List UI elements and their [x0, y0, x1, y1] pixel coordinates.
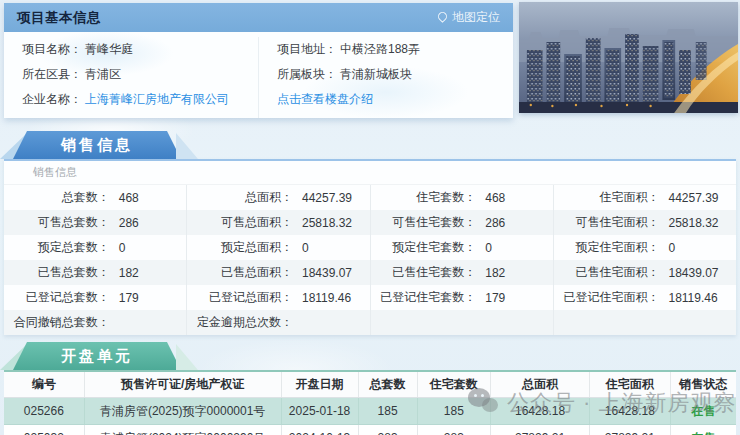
sales-cell: 可售总套数：286 — [4, 210, 186, 235]
opening-table-row[interactable]: 025266青浦房管(2025)预字0000001号2025-01-181851… — [4, 398, 736, 425]
tab-opening-units[interactable]: 开盘单元 — [13, 342, 181, 370]
sales-cell-label: 已售住宅面积： — [554, 264, 660, 281]
sales-cell-label: 已售总面积： — [187, 264, 293, 281]
field-value: 青浦区 — [85, 66, 121, 83]
tab-sales-info[interactable]: 销售信息 — [13, 131, 181, 159]
sales-cell-label: 可售住宅面积： — [554, 214, 660, 231]
opening-header-cell: 住宅面积 — [589, 372, 670, 397]
field-address: 项目地址： 中横泾路188弄 — [259, 37, 513, 62]
sales-cell-value: 44257.39 — [302, 191, 352, 205]
opening-cell: 185 — [417, 398, 491, 424]
sales-info-tab-bar: 销售信息 — [0, 131, 740, 159]
opening-header-cell: 预售许可证/房地产权证 — [84, 372, 281, 397]
project-intro-link[interactable]: 点击查看楼盘介绍 — [277, 91, 373, 108]
field-label: 项目地址： — [277, 41, 337, 58]
sales-cell: 可售住宅面积：25818.32 — [553, 210, 736, 235]
basic-info-header-bar: 项目基本信息 地图定位 — [4, 3, 513, 32]
sales-cell: 预定总套数：0 — [4, 235, 186, 260]
company-link[interactable]: 上海菁峰汇房地产有限公司 — [85, 91, 229, 108]
sales-cell: 可售总面积：25818.32 — [186, 210, 369, 235]
sales-cell: 已售住宅面积：18439.07 — [553, 260, 736, 285]
sales-cell: 住宅面积：44257.39 — [553, 185, 736, 210]
opening-cell: 青浦房管(2024)预字0000290号 — [84, 425, 281, 435]
sales-cell: 已售总面积：18439.07 — [186, 260, 369, 285]
sales-cell-label: 已售总套数： — [4, 264, 110, 281]
map-locate-label: 地图定位 — [452, 9, 500, 26]
sales-cell-value: 0 — [119, 241, 126, 255]
sales-cell-label: 住宅面积： — [554, 189, 660, 206]
opening-table-row[interactable]: 025032青浦房管(2024)预字0000290号2024-10-132832… — [4, 425, 736, 435]
tab-accent-shape — [176, 344, 198, 370]
sales-row: 合同撤销总套数：定金逾期总次数： — [4, 310, 736, 335]
opening-cell: 16428.18 — [490, 398, 589, 424]
field-label: 所属板块： — [277, 66, 337, 83]
sales-cell: 预定住宅面积：0 — [553, 235, 736, 260]
field-district: 所在区县： 青浦区 — [4, 62, 258, 87]
sales-cell-value: 182 — [119, 266, 139, 280]
sales-cell-value: 18119.46 — [668, 291, 717, 305]
opening-header-cell: 总套数 — [358, 372, 417, 397]
sales-row: 预定总套数：0预定总面积：0预定住宅套数：0预定住宅面积：0 — [4, 235, 736, 260]
map-locate-link[interactable]: 地图定位 — [438, 9, 500, 26]
sales-row: 总套数：468总面积：44257.39住宅套数：468住宅面积：44257.39 — [4, 185, 736, 210]
field-company: 企业名称： 上海菁峰汇房地产有限公司 — [4, 87, 258, 112]
page-title: 项目基本信息 — [17, 9, 101, 27]
sales-info-table: 销售信息 总套数：468总面积：44257.39住宅套数：468住宅面积：442… — [4, 159, 736, 335]
sales-cell-label: 合同撤销总套数： — [4, 314, 110, 331]
sale-status-badge: 在售 — [670, 398, 736, 424]
sales-cell: 住宅套数：468 — [370, 185, 553, 210]
field-label: 所在区县： — [22, 66, 82, 83]
opening-header-cell: 总面积 — [490, 372, 589, 397]
sales-cell: 定金逾期总次数： — [186, 310, 369, 335]
field-plate: 所属板块： 青浦新城板块 — [259, 62, 513, 87]
opening-table-body: 025266青浦房管(2025)预字0000001号2025-01-181851… — [4, 398, 736, 435]
sales-cell-label: 总套数： — [4, 189, 110, 206]
map-pin-icon — [436, 10, 449, 23]
sales-cell-label: 可售总面积： — [187, 214, 293, 231]
sales-cell: 预定住宅套数：0 — [370, 235, 553, 260]
opening-cell: 青浦房管(2025)预字0000001号 — [84, 398, 281, 424]
sales-cell-label: 已登记总套数： — [4, 289, 110, 306]
sales-cell-label: 已登记住宅面积： — [554, 289, 660, 306]
sales-cell-value: 18119.46 — [302, 291, 351, 305]
opening-table-header: 编号预售许可证/房地产权证开盘日期总套数住宅套数总面积住宅面积销售状态 — [4, 372, 736, 398]
basic-info-right-column: 项目地址： 中横泾路188弄 所属板块： 青浦新城板块 点击查看楼盘介绍 — [258, 37, 513, 118]
sales-cell-label: 已登记住宅套数： — [371, 289, 477, 306]
opening-units-tab-bar: 开盘单元 — [0, 342, 740, 370]
basic-info-left-column: 项目名称： 菁峰华庭 所在区县： 青浦区 企业名称： 上海菁峰汇房地产有限公司 — [4, 37, 258, 118]
sales-cell: 已售住宅套数：182 — [370, 260, 553, 285]
sales-cell-value: 0 — [302, 241, 309, 255]
sales-cell — [553, 310, 736, 335]
sales-cell-label: 可售总套数： — [4, 214, 110, 231]
opening-cell: 2025-01-18 — [281, 398, 358, 424]
sales-cell-value: 468 — [485, 191, 505, 205]
sales-cell: 合同撤销总套数： — [4, 310, 186, 335]
sales-cell-label: 预定住宅面积： — [554, 239, 660, 256]
sales-cell-value: 18439.07 — [302, 266, 352, 280]
sales-cell-value: 0 — [485, 241, 492, 255]
sales-cell-value: 44257.39 — [668, 191, 718, 205]
sales-cell-value: 286 — [485, 216, 505, 230]
sales-cell: 已登记住宅套数：179 — [370, 285, 553, 310]
sales-cell-label: 已登记总面积： — [187, 289, 293, 306]
project-photo — [519, 2, 738, 113]
sales-info-section: 销售信息 销售信息 总套数：468总面积：44257.39住宅套数：468住宅面… — [0, 131, 740, 335]
sales-row: 可售总套数：286可售总面积：25818.32可售住宅套数：286可售住宅面积：… — [4, 210, 736, 235]
sales-cell-label: 总面积： — [187, 189, 293, 206]
opening-cell: 16428.18 — [589, 398, 670, 424]
field-intro-link: 点击查看楼盘介绍 — [259, 87, 513, 112]
sales-cell-value: 179 — [119, 291, 139, 305]
sales-cell-value: 182 — [485, 266, 505, 280]
sales-cell-value: 25818.32 — [668, 216, 718, 230]
opening-cell: 025266 — [4, 398, 84, 424]
opening-cell: 283 — [358, 425, 417, 435]
opening-header-cell: 开盘日期 — [281, 372, 358, 397]
field-label: 项目名称： — [22, 41, 82, 58]
opening-header-cell: 销售状态 — [670, 372, 736, 397]
sales-cell: 已登记住宅面积：18119.46 — [553, 285, 736, 310]
basic-info-card: 项目基本信息 地图定位 项目名称： 菁峰华庭 所在区县： 青浦区 企业名称： 上… — [4, 3, 513, 118]
opening-header-cell: 住宅套数 — [417, 372, 491, 397]
field-value: 菁峰华庭 — [85, 41, 133, 58]
sales-cell-value: 18439.07 — [668, 266, 718, 280]
sales-cell-value: 468 — [119, 191, 139, 205]
